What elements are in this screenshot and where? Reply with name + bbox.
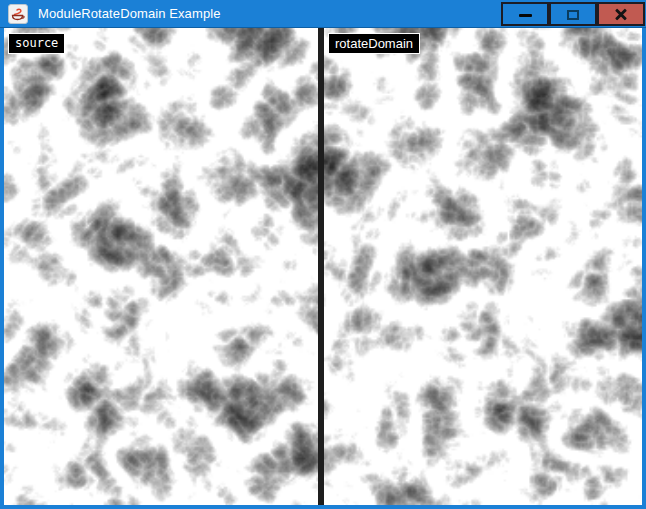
close-icon [614,7,628,22]
image-comparison-area: source rotateDomain [4,28,642,505]
app-window: ModuleRotateDomain Example source rotate… [0,0,646,509]
java-coffee-cup-icon[interactable] [8,4,28,24]
window-controls [501,2,645,26]
maximize-icon [567,10,579,20]
rotatedomain-noise-image [324,28,642,505]
maximize-button[interactable] [549,2,597,26]
window-titlebar[interactable]: ModuleRotateDomain Example [0,0,646,28]
minimize-icon [519,14,532,17]
panel-source: source [4,28,318,505]
source-noise-image [4,28,318,505]
minimize-button[interactable] [501,2,549,26]
panel-rotatedomain: rotateDomain [324,28,642,505]
panel-label-source: source [8,33,65,54]
window-title: ModuleRotateDomain Example [38,6,221,21]
close-button[interactable] [597,2,645,26]
panel-label-rotatedomain: rotateDomain [328,33,420,54]
